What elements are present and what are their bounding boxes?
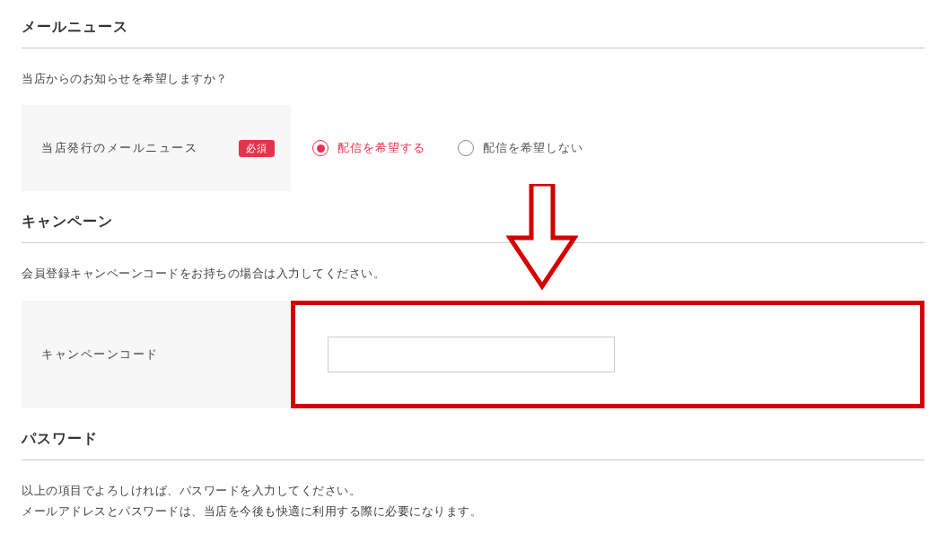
password-section: パスワード 以上の項目でよろしければ、パスワードを入力してください。 メールアド… <box>22 430 924 522</box>
campaign-input-col <box>291 301 924 408</box>
radio-subscribe[interactable]: 配信を希望する <box>312 140 425 156</box>
mail-news-label-col: 当店発行のメールニュース 必須 <box>22 118 291 179</box>
campaign-title: キャンペーン <box>22 213 924 243</box>
password-description: 以上の項目でよろしければ、パスワードを入力してください。 メールアドレスとパスワ… <box>22 480 924 522</box>
campaign-form-row: キャンペーンコード <box>22 301 924 408</box>
radio-circle-unselected-icon <box>458 140 474 156</box>
password-description-line1: 以上の項目でよろしければ、パスワードを入力してください。 <box>22 484 361 497</box>
arrow-down-icon <box>506 184 578 294</box>
campaign-description: 会員登録キャンペーンコードをお持ちの場合は入力してください。 <box>22 263 924 284</box>
password-description-line2: メールアドレスとパスワードは、当店を今後も快適に利用する際に必要になります。 <box>22 504 482 518</box>
campaign-label-col: キャンペーンコード <box>22 325 291 384</box>
required-badge: 必須 <box>239 140 275 157</box>
radio-circle-selected-icon <box>312 140 328 156</box>
radio-unsubscribe[interactable]: 配信を希望しない <box>458 140 583 156</box>
mail-news-form-row: 当店発行のメールニュース 必須 配信を希望する 配信を希望しない <box>22 105 924 191</box>
radio-unsubscribe-label: 配信を希望しない <box>483 140 583 156</box>
password-title: パスワード <box>22 430 924 460</box>
campaign-field-label: キャンペーンコード <box>41 346 159 363</box>
mail-news-section: メールニュース 当店からのお知らせを希望しますか？ 当店発行のメールニュース 必… <box>22 18 924 191</box>
campaign-code-input[interactable] <box>328 337 615 372</box>
mail-news-input-col: 配信を希望する 配信を希望しない <box>291 105 924 191</box>
mail-news-radio-group: 配信を希望する 配信を希望しない <box>312 140 583 156</box>
mail-news-description: 当店からのお知らせを希望しますか？ <box>22 68 924 89</box>
mail-news-field-label: 当店発行のメールニュース <box>41 140 197 156</box>
campaign-section: キャンペーン 会員登録キャンペーンコードをお持ちの場合は入力してください。 キャ… <box>22 213 924 407</box>
radio-subscribe-label: 配信を希望する <box>337 140 425 156</box>
mail-news-title: メールニュース <box>22 18 924 48</box>
